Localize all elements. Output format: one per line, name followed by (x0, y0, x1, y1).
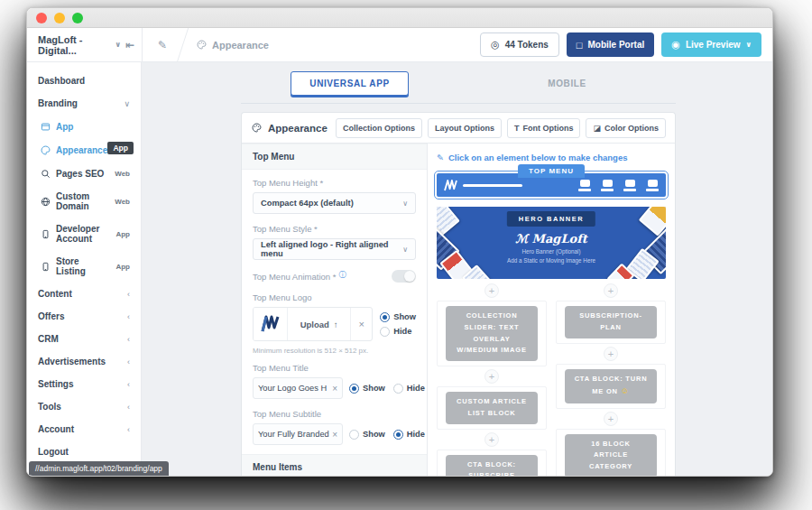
sidebar-item-appearance[interactable]: Appearance App (27, 138, 141, 162)
block-subscription-plan[interactable]: SUBSCRIPTION-PLAN (556, 301, 666, 344)
tab-mobile[interactable]: MOBILE (548, 79, 586, 88)
subtitle-hide-radio[interactable]: Hide (393, 430, 425, 440)
upload-arrow-icon: ↑ (334, 320, 338, 329)
block-label: CUSTOM ARTICLE LIST BLOCK (446, 392, 537, 424)
sidebar-item-account[interactable]: Account ‹ (27, 418, 141, 440)
edit-pencil-icon[interactable]: ✎ (143, 39, 182, 51)
add-block-button[interactable]: + (484, 432, 499, 447)
font-options-label: Font Options (522, 124, 573, 133)
block-cta-turn-me-on[interactable]: CTA BLOCK: TURN ME ON ☺ (556, 364, 666, 409)
chevron-down-icon: ∨ (402, 246, 408, 254)
pencil-icon: ✎ (437, 153, 444, 162)
top-menu-height-select[interactable]: Compact 64px (default) ∨ (253, 192, 416, 214)
subtitle-show-radio[interactable]: Show (349, 430, 385, 440)
collection-options-label: Collection Options (343, 124, 415, 133)
sidebar-item-app[interactable]: App (27, 115, 141, 138)
logo-hide-radio[interactable]: Hide (380, 327, 416, 337)
mobile-portal-button[interactable]: □ Mobile Portal (567, 32, 654, 57)
zoom-window-button[interactable] (72, 13, 83, 23)
minimize-window-button[interactable] (54, 13, 65, 23)
block-column-right: + SUBSCRIPTION-PLAN + CTA BLOCK: TURN ME… (556, 281, 666, 476)
color-options-button[interactable]: ◪Color Options (586, 118, 666, 138)
app-window: MagLoft - Digital... ∨ ⇤ ✎ Appearance ◎ … (26, 7, 773, 477)
collection-options-button[interactable]: Collection Options (336, 118, 422, 138)
sidebar-item-label: Developer Account (56, 224, 110, 244)
add-block-button[interactable]: + (604, 283, 618, 298)
collapse-sidebar-icon[interactable]: ⇤ (125, 39, 134, 51)
sidebar-item-dashboard[interactable]: Dashboard (27, 70, 141, 92)
sidebar-item-logout[interactable]: Logout (27, 440, 141, 463)
top-menu-title-input[interactable]: Your Logo Goes H × (253, 377, 343, 399)
add-block-button[interactable]: + (484, 369, 499, 384)
hide-label: Hide (393, 327, 411, 336)
breadcrumb-label: Appearance (212, 40, 269, 51)
add-block-button[interactable]: + (484, 283, 499, 298)
sidebar-item-settings[interactable]: Settings ‹ (27, 373, 141, 395)
mobile-portal-icon: □ (577, 40, 583, 51)
chevron-down-icon: ∨ (402, 199, 408, 208)
sidebar-item-pages-seo[interactable]: Pages SEO Web (27, 162, 141, 185)
title-hide-radio[interactable]: Hide (393, 384, 425, 394)
sidebar-item-developer-account[interactable]: Developer Account App (27, 218, 141, 250)
platform-tag: App (115, 230, 130, 238)
upload-button[interactable]: Upload ↑ (288, 308, 350, 340)
workspace-switcher[interactable]: MagLoft - Digital... ∨ ⇤ (27, 34, 142, 56)
title-show-radio[interactable]: Show (349, 384, 385, 394)
chevron-down-icon: ∨ (746, 41, 752, 49)
top-menu-subtitle-label: Top Menu Subtitle (253, 409, 416, 419)
menu-item-placeholder-icon (578, 180, 591, 191)
sidebar-item-advertisements[interactable]: Advertisements ‹ (27, 350, 141, 373)
sidebar-item-offers[interactable]: Offers ‹ (27, 305, 141, 328)
add-block-button[interactable]: + (604, 412, 618, 426)
close-window-button[interactable] (36, 13, 47, 23)
chevron-left-icon: ‹ (127, 357, 130, 366)
show-label: Show (393, 312, 416, 321)
sidebar-item-label: App (56, 122, 73, 132)
menu-item-placeholder-icon (646, 180, 659, 191)
section-header-menu-items: Menu Items (242, 454, 427, 476)
live-preview-column: ✎ Click on an element below to make chan… (428, 144, 675, 476)
sidebar-item-crm[interactable]: CRM ‹ (27, 328, 141, 350)
hero-banner-preview[interactable]: HERO BANNER ℳ MagLoft Hero Banner (Optio… (437, 207, 666, 279)
block-collection-slider[interactable]: COLLECTION SLIDER: TEXT OVERLAY W/MEDIUM… (437, 301, 547, 366)
top-menu-animation-toggle[interactable] (392, 270, 416, 283)
live-preview-icon: ◉ (671, 39, 680, 51)
sidebar-item-tools[interactable]: Tools ‹ (27, 395, 141, 418)
live-preview-button[interactable]: ◉ Live Preview ∨ (661, 32, 761, 57)
top-menu-height-label: Top Menu Height * (253, 178, 416, 188)
sidebar-item-custom-domain[interactable]: Custom Domain Web (27, 185, 141, 218)
settings-form: Top Menu Top Menu Height * Compact 64px … (242, 144, 428, 476)
tokens-button[interactable]: ◎ 44 Tokens (480, 32, 559, 57)
logo-show-radio[interactable]: Show (380, 312, 416, 322)
top-menu-style-select[interactable]: Left aligned logo - Right aligned menu ∨ (253, 238, 416, 260)
logo-upload-box: Upload ↑ × (253, 307, 373, 341)
status-url-tooltip: //admin.magloft.app/t02/branding/app (29, 461, 169, 476)
layout-options-button[interactable]: Layout Options (428, 118, 502, 138)
block-cta-subscribe[interactable]: CTA BLOCK: SUBSCRIBE TODAY (437, 450, 547, 477)
sidebar-item-branding[interactable]: Branding ∨ (27, 92, 141, 115)
font-options-button[interactable]: TFont Options (507, 118, 581, 138)
sidebar-item-label: Appearance (56, 145, 107, 155)
sidebar-item-store-listing[interactable]: Store Listing App (27, 250, 141, 283)
globe-icon (40, 196, 51, 207)
sidebar-item-label: Dashboard (38, 76, 85, 86)
subtitle-visibility-radios: Show Hide (349, 430, 425, 440)
block-custom-article-list[interactable]: CUSTOM ARTICLE LIST BLOCK (437, 386, 547, 430)
sidebar-item-content[interactable]: Content ‹ (27, 283, 141, 305)
chevron-left-icon: ‹ (127, 380, 130, 389)
top-menu-subtitle-input[interactable]: Your Fully Branded × (253, 423, 343, 445)
info-icon[interactable]: ⓘ (338, 270, 346, 280)
main-area: Dashboard Branding ∨ App Appearance App (27, 62, 772, 476)
clear-title-icon[interactable]: × (329, 384, 337, 394)
block-label: SUBSCRIPTION-PLAN (565, 306, 656, 338)
clear-subtitle-icon[interactable]: × (329, 430, 337, 440)
top-menu-animation-label: Top Menu Animation * ⓘ (253, 272, 346, 282)
sidebar-item-label: Advertisements (38, 357, 106, 366)
remove-logo-button[interactable]: × (350, 308, 372, 340)
radio-selected-icon (393, 430, 403, 440)
block-16-article-category[interactable]: 16 BLOCK ARTICLE CATEGORY (556, 429, 666, 476)
tab-universal-app[interactable]: UNIVERSAL APP (291, 71, 408, 96)
live-preview-label: Live Preview (686, 40, 741, 50)
add-block-button[interactable]: + (604, 347, 618, 361)
menu-item-placeholder-icon (623, 180, 636, 191)
